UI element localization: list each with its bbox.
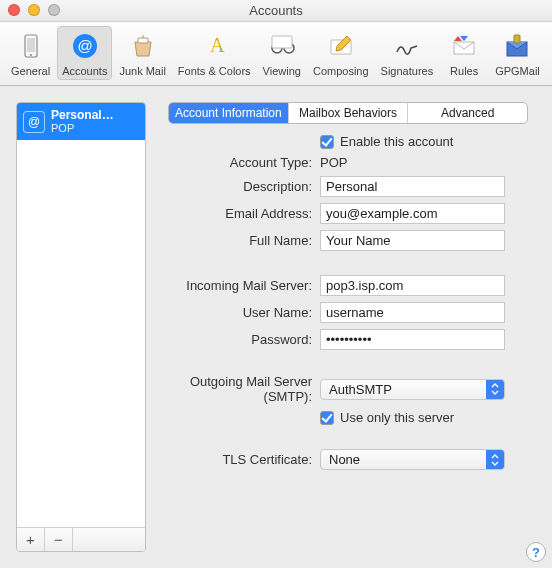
svg-point-2 <box>30 54 32 56</box>
smtp-dropdown[interactable]: AuthSMTP <box>320 379 505 400</box>
svg-text:A: A <box>210 34 225 56</box>
description-field[interactable] <box>320 176 505 197</box>
label-description: Description: <box>160 179 320 194</box>
close-window-button[interactable] <box>8 4 20 16</box>
label-password: Password: <box>160 332 320 347</box>
viewing-icon <box>265 29 299 63</box>
label-username: User Name: <box>160 305 320 320</box>
enable-account-checkbox[interactable] <box>320 135 334 149</box>
enable-account-label: Enable this account <box>340 134 453 149</box>
password-field[interactable] <box>320 329 505 350</box>
label-tls: TLS Certificate: <box>160 452 320 467</box>
smtp-value: AuthSMTP <box>329 382 392 397</box>
toolbar-item-fonts[interactable]: A Fonts & Colors <box>173 26 256 80</box>
signatures-icon <box>390 29 424 63</box>
toolbar-item-rules[interactable]: Rules <box>440 26 488 80</box>
zoom-window-button <box>48 4 60 16</box>
tab-mailbox-behaviors[interactable]: Mailbox Behaviors <box>289 103 409 123</box>
preferences-toolbar: General @ Accounts Junk Mail A Fonts & C… <box>0 22 552 86</box>
add-account-button[interactable]: + <box>17 528 45 551</box>
titlebar: Accounts <box>0 0 552 22</box>
toolbar-item-signatures[interactable]: Signatures <box>376 26 439 80</box>
username-field[interactable] <box>320 302 505 323</box>
account-type-value: POP <box>320 155 347 170</box>
toolbar-item-gpgmail[interactable]: GPGMail <box>490 26 545 80</box>
minimize-window-button[interactable] <box>28 4 40 16</box>
tab-account-information[interactable]: Account Information <box>169 103 289 123</box>
tab-advanced[interactable]: Advanced <box>408 103 527 123</box>
account-type-sub: POP <box>51 122 114 134</box>
toolbar-item-junk[interactable]: Junk Mail <box>114 26 170 80</box>
toolbar-item-general[interactable]: General <box>6 26 55 80</box>
general-icon <box>14 29 48 63</box>
detail-tabs: Account Information Mailbox Behaviors Ad… <box>168 102 528 124</box>
dropdown-knob-icon <box>486 380 504 399</box>
window-title: Accounts <box>0 0 552 22</box>
fonts-colors-icon: A <box>197 29 231 63</box>
junk-mail-icon <box>126 29 160 63</box>
rules-icon <box>447 29 481 63</box>
account-name: Personal… <box>51 109 114 122</box>
svg-rect-10 <box>272 36 292 48</box>
tls-value: None <box>329 452 360 467</box>
label-smtp: Outgoing Mail Server (SMTP): <box>160 374 320 404</box>
fullname-field[interactable] <box>320 230 505 251</box>
use-only-server-label: Use only this server <box>340 410 454 425</box>
account-row-personal[interactable]: @ Personal… POP <box>17 103 145 140</box>
toolbar-item-composing[interactable]: Composing <box>308 26 374 80</box>
svg-text:@: @ <box>77 37 92 54</box>
label-email: Email Address: <box>160 206 320 221</box>
account-detail-pane: Account Information Mailbox Behaviors Ad… <box>160 102 536 552</box>
incoming-server-field[interactable] <box>320 275 505 296</box>
svg-text:@: @ <box>28 115 40 129</box>
use-only-server-checkbox[interactable] <box>320 411 334 425</box>
accounts-icon: @ <box>68 29 102 63</box>
label-incoming: Incoming Mail Server: <box>160 278 320 293</box>
email-field[interactable] <box>320 203 505 224</box>
svg-rect-1 <box>27 38 35 52</box>
svg-rect-5 <box>138 38 148 43</box>
toolbar-item-accounts[interactable]: @ Accounts <box>57 26 112 80</box>
label-account-type: Account Type: <box>160 155 320 170</box>
help-button[interactable]: ? <box>526 542 546 562</box>
accounts-list: @ Personal… POP + − <box>16 102 146 552</box>
gpgmail-icon <box>500 29 534 63</box>
svg-rect-14 <box>514 35 520 43</box>
composing-icon <box>324 29 358 63</box>
label-fullname: Full Name: <box>160 233 320 248</box>
at-icon: @ <box>23 111 45 133</box>
tls-dropdown[interactable]: None <box>320 449 505 470</box>
dropdown-knob-icon <box>486 450 504 469</box>
toolbar-item-viewing[interactable]: Viewing <box>258 26 306 80</box>
remove-account-button[interactable]: − <box>45 528 73 551</box>
